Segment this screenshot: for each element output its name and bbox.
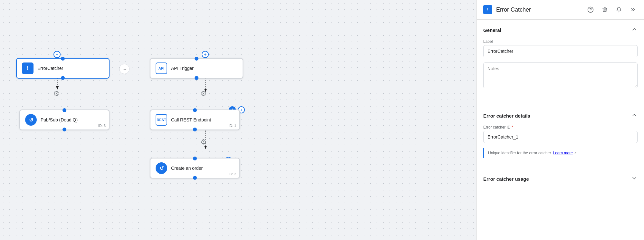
api-trigger-node[interactable]: API API Trigger bbox=[150, 58, 243, 79]
create-order-top-connector bbox=[193, 157, 197, 160]
usage-section-toggle[interactable] bbox=[631, 175, 638, 183]
error-catcher-details-section: Error catcher details Error catcher ID U… bbox=[477, 105, 644, 158]
collapse-panel-button[interactable] bbox=[629, 5, 638, 14]
general-section: General Label bbox=[477, 20, 644, 95]
learn-more-link[interactable]: Learn more bbox=[553, 151, 572, 155]
pubsub-dead-q-node[interactable]: ↺ Pub/Sub (Dead Q) ID: 3 bbox=[19, 110, 110, 130]
error-catcher-label: ErrorCatcher bbox=[37, 66, 63, 71]
notes-field-group bbox=[483, 62, 638, 90]
bell-button[interactable] bbox=[614, 5, 623, 14]
chevron-down-icon bbox=[631, 175, 638, 181]
general-section-header: General bbox=[483, 26, 638, 34]
rest-icon: REST bbox=[156, 114, 167, 126]
rest-endpoint-node[interactable]: REST Call REST Endpoint ID: 1 bbox=[150, 110, 240, 130]
general-section-title: General bbox=[483, 27, 501, 33]
error-catcher-id-label: Error catcher ID bbox=[483, 125, 638, 130]
add-before-api-trigger-button[interactable]: + bbox=[202, 51, 209, 58]
top-connector-dot bbox=[61, 57, 65, 61]
general-section-toggle[interactable] bbox=[631, 26, 638, 34]
pubsub-label: Pub/Sub (Dead Q) bbox=[41, 117, 78, 122]
api-trigger-label: API Trigger bbox=[171, 66, 194, 71]
label-field-input[interactable] bbox=[483, 45, 638, 57]
pubsub-bottom-connector bbox=[62, 128, 66, 131]
delete-button[interactable] bbox=[600, 5, 609, 14]
error-catcher-details-header: Error catcher details bbox=[483, 112, 638, 120]
pubsub-icon: ↺ bbox=[25, 114, 37, 126]
error-catcher-icon: ! bbox=[22, 62, 34, 74]
gear-icon-1: ⚙ bbox=[53, 90, 60, 98]
error-catcher-usage-section: Error catcher usage bbox=[477, 168, 644, 195]
rest-top-connector bbox=[193, 108, 197, 112]
pubsub-node-id: ID: 3 bbox=[98, 124, 106, 128]
hint-content: Unique identifier for the error catcher.… bbox=[483, 148, 638, 158]
delete-icon bbox=[602, 7, 608, 13]
rest-label: Call REST Endpoint bbox=[171, 117, 211, 122]
collapse-icon bbox=[630, 7, 636, 13]
error-catcher-id-field-group: Error catcher ID bbox=[483, 125, 638, 143]
panel-header: ! Error Catcher bbox=[477, 0, 644, 20]
right-panel: ! Error Catcher General Label bbox=[476, 0, 644, 240]
gear-icon-3: ⚙ bbox=[200, 138, 207, 146]
create-order-icon: ↺ bbox=[156, 162, 167, 174]
external-link-icon: ↗ bbox=[574, 151, 577, 155]
create-order-node[interactable]: ↺ Create an order ID: 2 bbox=[150, 158, 240, 178]
gear-icon-2: ⚙ bbox=[200, 90, 207, 98]
help-icon bbox=[587, 6, 594, 13]
hint-row: Unique identifier for the error catcher.… bbox=[483, 148, 638, 158]
chevron-up-icon-2 bbox=[631, 112, 638, 118]
panel-header-actions bbox=[586, 5, 638, 14]
api-bottom-connector bbox=[195, 76, 198, 80]
error-catcher-details-toggle[interactable] bbox=[631, 112, 638, 120]
hint-text: Unique identifier for the error catcher. bbox=[488, 151, 552, 155]
label-field-label: Label bbox=[483, 39, 638, 44]
chevron-up-icon bbox=[631, 26, 638, 33]
usage-section-title: Error catcher usage bbox=[483, 176, 529, 182]
bottom-connector-dot bbox=[61, 76, 65, 80]
pubsub-top-connector bbox=[62, 108, 66, 112]
panel-title-icon: ! bbox=[483, 5, 492, 14]
help-button[interactable] bbox=[586, 5, 595, 14]
notes-field-textarea[interactable] bbox=[483, 62, 638, 88]
error-catcher-node[interactable]: ! ErrorCatcher bbox=[16, 58, 110, 79]
add-before-errorcatcher-button[interactable]: + bbox=[53, 51, 61, 58]
create-order-bottom-connector bbox=[193, 176, 197, 180]
usage-section-header: Error catcher usage bbox=[483, 175, 638, 183]
rest-node-id: ID: 1 bbox=[229, 124, 236, 128]
section-divider-2 bbox=[477, 163, 644, 163]
create-order-label: Create an order bbox=[171, 166, 203, 171]
panel-title: Error Catcher bbox=[496, 6, 582, 13]
svg-marker-5 bbox=[204, 146, 207, 149]
label-field-group: Label bbox=[483, 39, 638, 57]
bell-icon bbox=[616, 7, 622, 13]
api-trigger-icon: API bbox=[156, 62, 167, 74]
rest-bottom-connector bbox=[193, 128, 197, 131]
api-top-connector bbox=[195, 57, 198, 61]
section-divider-1 bbox=[477, 100, 644, 100]
canvas-area[interactable]: + ! ErrorCatcher ··· ⚙ + ↺ Pub/Sub (Dead… bbox=[0, 0, 476, 240]
error-catcher-details-title: Error catcher details bbox=[483, 113, 530, 119]
svg-marker-1 bbox=[56, 86, 59, 90]
error-catcher-id-input[interactable] bbox=[483, 131, 638, 143]
error-catcher-more-button[interactable]: ··· bbox=[119, 64, 130, 74]
create-order-node-id: ID: 2 bbox=[229, 172, 236, 176]
